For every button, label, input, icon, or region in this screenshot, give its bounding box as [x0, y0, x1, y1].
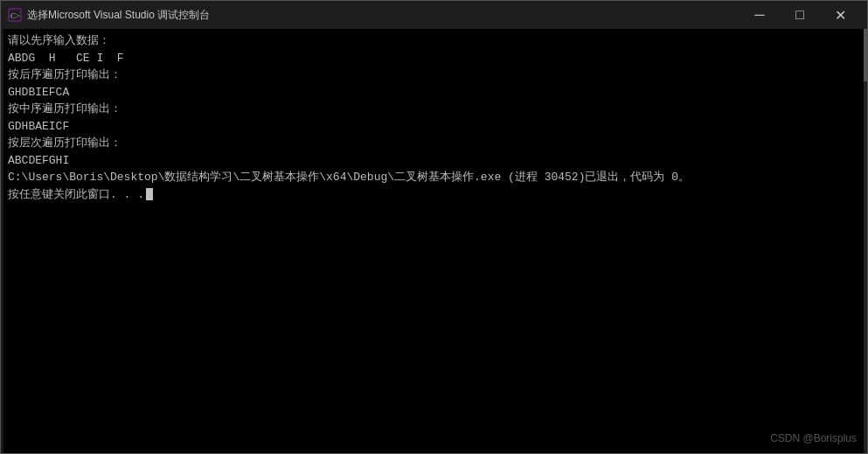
close-button[interactable]: ✕ [820, 1, 860, 29]
console-line: GHDBIEFCA [8, 84, 860, 101]
console-line: 请以先序输入数据： [8, 32, 860, 50]
maximize-button[interactable]: □ [780, 1, 820, 29]
console-output: 请以先序输入数据：ABDG H CE I F按后序遍历打印输出：GHDBIEFC… [1, 29, 867, 453]
console-line: 按后序遍历打印输出： [8, 66, 860, 84]
scrollbar-thumb[interactable] [864, 29, 867, 81]
svg-text:C>: C> [10, 11, 20, 20]
watermark: CSDN @Borisplus [770, 432, 857, 444]
console-lines-container: 请以先序输入数据：ABDG H CE I F按后序遍历打印输出：GHDBIEFC… [8, 32, 860, 203]
console-line: GDHBAEICF [8, 118, 860, 136]
console-line: 按中序遍历打印输出： [8, 101, 860, 118]
console-line: 按层次遍历打印输出： [8, 135, 860, 152]
console-line: ABCDEFGHI [8, 152, 860, 170]
cursor [146, 188, 153, 200]
app-icon: C> [8, 8, 22, 22]
minimize-button[interactable]: ─ [740, 1, 780, 29]
window-title: 选择Microsoft Visual Studio 调试控制台 [27, 8, 740, 23]
left-border-decoration [1, 29, 3, 453]
window: C> 选择Microsoft Visual Studio 调试控制台 ─ □ ✕… [0, 0, 868, 454]
scrollbar[interactable] [864, 29, 867, 453]
console-line: ABDG H CE I F [8, 50, 860, 67]
title-bar: C> 选择Microsoft Visual Studio 调试控制台 ─ □ ✕ [1, 1, 867, 29]
window-controls: ─ □ ✕ [740, 1, 860, 29]
console-line: 按任意键关闭此窗口. . . [8, 186, 860, 204]
console-line: C:\Users\Boris\Desktop\数据结构学习\二叉树基本操作\x6… [8, 169, 860, 186]
